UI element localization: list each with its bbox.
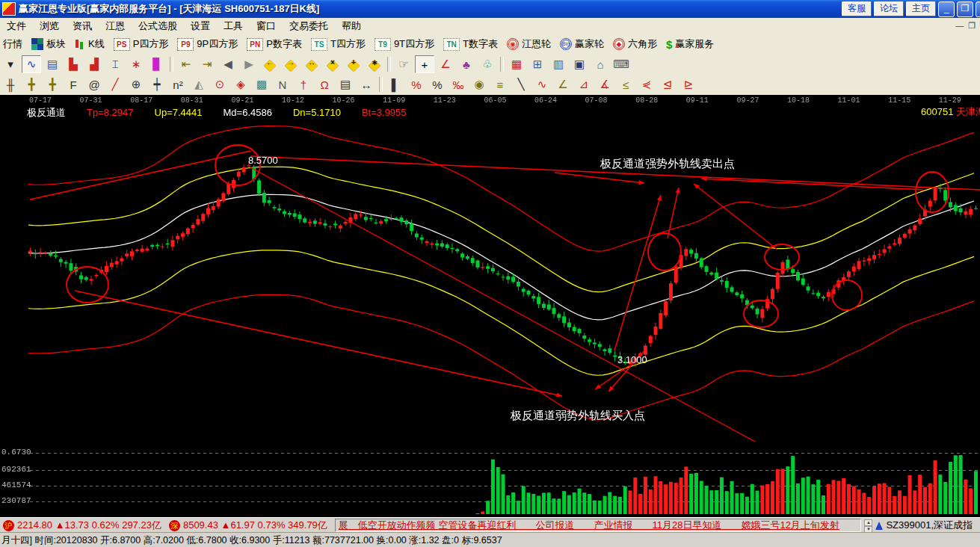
knot-icon[interactable]: ∗ — [126, 55, 146, 73]
toolbar-9p-square-button[interactable]: P99P四方形 — [174, 37, 244, 51]
n2-icon[interactable]: n² — [168, 75, 188, 93]
pencil-icon[interactable]: ╱ — [105, 75, 125, 93]
toolbar-service-button[interactable]: $赢家服务 — [663, 37, 720, 51]
flower-tool-icon[interactable]: ♣ — [457, 55, 476, 73]
ying-fan-icon[interactable]: ⊴ — [658, 75, 677, 93]
dropdown-caret-icon[interactable]: ▾ — [1, 55, 20, 73]
toolbar-hexagon-label: 六角形 — [628, 37, 657, 51]
main-toolbar: 行情板块K线PSP四方形P99P四方形PNP数字表TST四方形T99T四方形TN… — [0, 34, 980, 55]
menu-item-4[interactable]: 江恩 — [99, 18, 132, 34]
restore-button[interactable]: ❐ — [957, 1, 973, 17]
percent-line-icon[interactable]: % — [407, 75, 426, 93]
gold-grid-icon[interactable]: ╋ — [22, 75, 41, 93]
prev-bar-icon[interactable]: ◀ — [218, 55, 238, 73]
gold-grid2-icon[interactable]: ╋ — [43, 75, 62, 93]
save-icon[interactable]: ▣ — [570, 55, 589, 73]
calendar-icon[interactable]: ▦ — [507, 55, 526, 73]
toolbar-kline-button[interactable]: K线 — [72, 37, 111, 51]
menu-item-2[interactable]: 浏览 — [33, 18, 66, 34]
mdi-restore-icon[interactable]: ❐ — [968, 21, 976, 31]
kline-chart-canvas[interactable] — [0, 95, 980, 517]
histogram-icon[interactable]: ▊ — [147, 55, 167, 73]
toolbar-quotes-button[interactable]: 行情 — [0, 37, 28, 51]
menu-item-6[interactable]: 设置 — [184, 18, 217, 34]
percent-icon[interactable]: % — [428, 75, 447, 93]
target-icon[interactable]: ⊙ — [210, 75, 229, 93]
forum-button[interactable]: 论坛 — [874, 1, 904, 16]
pan-both-icon[interactable]: ◆↔ — [302, 55, 321, 73]
pan-left-icon[interactable]: ◆← — [260, 55, 280, 73]
grid-box-icon[interactable]: ▩ — [252, 75, 271, 93]
menu-item-1[interactable]: 文件 — [0, 18, 33, 34]
ruler-icon[interactable]: ┿ — [147, 75, 167, 93]
toolbar-gann-wheel-button[interactable]: ◉江恩轮 — [504, 37, 557, 51]
wave-mark-icon[interactable]: N — [273, 75, 292, 93]
arc-tool-icon[interactable]: ∿ — [532, 75, 552, 93]
span-icon[interactable]: ↔ — [357, 75, 376, 93]
grid123-icon[interactable]: ▤ — [336, 75, 355, 93]
pan-right-icon[interactable]: ◆→ — [281, 55, 301, 73]
zoom-fit-icon[interactable]: ◆∗ — [365, 55, 384, 73]
toolbar-hexagon-button[interactable]: ◆六角形 — [610, 37, 663, 51]
su-fan-icon[interactable]: ⋞ — [637, 75, 656, 93]
overlay-chart-icon[interactable]: ∿ — [22, 55, 41, 73]
spiral-tool-icon[interactable]: ♧ — [478, 55, 497, 73]
menu-item-9[interactable]: 交易委托 — [283, 18, 335, 34]
network-icon[interactable]: ⌂ — [591, 55, 610, 73]
homepage-button[interactable]: 主页 — [906, 1, 936, 16]
menu-item-10[interactable]: 帮助 — [335, 18, 368, 34]
indicator-name[interactable]: 极反通道 — [27, 107, 66, 118]
toolbar-p-square-button[interactable]: PSP四方形 — [111, 37, 175, 51]
toolbar-winner-wheel-button[interactable]: Big赢家轮 — [557, 37, 610, 51]
fibo-f-icon[interactable]: F — [64, 75, 83, 93]
kline3-icon[interactable]: ▙ — [64, 55, 83, 73]
win-tool-icon[interactable]: Ω — [315, 75, 334, 93]
first-bar-icon[interactable]: ⇤ — [176, 55, 196, 73]
brush-icon[interactable]: ╲ — [511, 75, 531, 93]
f-fan-icon[interactable]: ∡ — [595, 75, 614, 93]
gold-circle-icon[interactable]: ◉ — [469, 75, 489, 93]
calculator-icon[interactable]: ⊞ — [528, 55, 547, 73]
computer-icon[interactable]: ⌨ — [611, 55, 631, 73]
time-circle-icon[interactable]: ⊕ — [126, 75, 146, 93]
ticker-spinner[interactable]: ▲▼ — [864, 519, 872, 531]
menu-item-5[interactable]: 公式选股 — [132, 18, 184, 34]
minimize-button[interactable]: _ — [938, 1, 955, 17]
notes-icon[interactable]: ▥ — [549, 55, 568, 73]
shen-tool-icon[interactable]: † — [294, 75, 313, 93]
menu-item-7[interactable]: 工具 — [217, 18, 250, 34]
permille-icon[interactable]: ‰ — [449, 75, 468, 93]
crosshair-icon[interactable]: + — [415, 55, 434, 73]
menu-item-3[interactable]: 资讯 — [66, 18, 99, 34]
gold-fan-icon[interactable]: ∠ — [553, 75, 573, 93]
zoom-in-icon[interactable]: ◆+ — [344, 55, 363, 73]
toolbar-9t-square-button[interactable]: T99T四方形 — [372, 37, 440, 51]
last-bar-icon[interactable]: ⇥ — [197, 55, 217, 73]
gann-grid-icon[interactable]: ╫ — [1, 75, 20, 93]
hand-icon[interactable]: ☞ — [394, 55, 413, 73]
zoom-out-icon[interactable]: ◆× — [323, 55, 342, 73]
news-ticker[interactable]: 展 低空开放动作频频 空管设备再迎红利 公司报道 产业情报 11月28日早知道 … — [335, 519, 862, 532]
web-icon[interactable]: ◈ — [231, 75, 250, 93]
j-fan-icon[interactable]: ⊿ — [574, 75, 594, 93]
next-bar-icon[interactable]: ▶ — [239, 55, 259, 73]
spiral-icon[interactable]: @ — [84, 75, 104, 93]
kline9-icon[interactable]: ▟ — [84, 55, 104, 73]
gold-lines-icon[interactable]: ≡ — [490, 75, 510, 93]
fan-icon[interactable]: ◭ — [189, 75, 209, 93]
close-button[interactable]: × — [976, 1, 980, 17]
mdi-minimize-icon[interactable]: — — [955, 21, 964, 31]
menu-item-8[interactable]: 窗口 — [250, 18, 283, 34]
candle-style-icon[interactable]: ⌶ — [105, 55, 125, 73]
speed-fan-icon[interactable]: ≤ — [616, 75, 635, 93]
toolbar-t-square-button[interactable]: TST四方形 — [308, 37, 372, 51]
column-tool-icon[interactable]: ▌ — [386, 75, 405, 93]
toolbar-blocks-button[interactable]: 板块 — [28, 37, 72, 51]
navigation-toolbar: ▾∿▤▙▟⌶∗▊⇤⇥◀▶◆←◆→◆↔◆×◆+◆∗☞+∠♣♧▦⊞▥▣⌂⌨ — [0, 55, 980, 75]
customer-service-button[interactable]: 客服 — [842, 1, 872, 16]
angle-measure-icon[interactable]: ∠ — [436, 55, 455, 73]
si-fan-icon[interactable]: ⊵ — [679, 75, 698, 93]
toolbar-t-table-button[interactable]: TNT数字表 — [440, 37, 504, 51]
clipboard-icon[interactable]: ▤ — [43, 55, 62, 73]
toolbar-p-table-button[interactable]: PNP数字表 — [244, 37, 308, 51]
